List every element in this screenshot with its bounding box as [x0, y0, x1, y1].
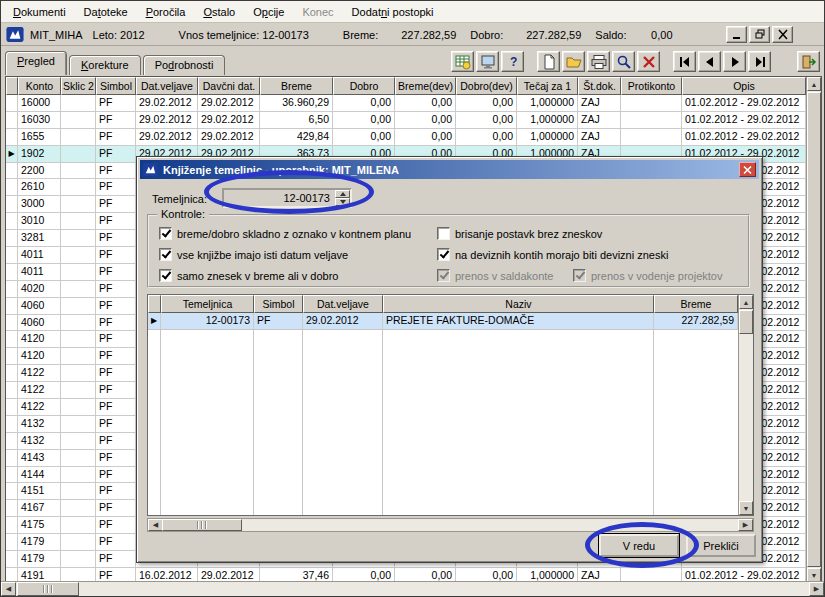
scroll-right-button[interactable]: ▶ — [809, 582, 824, 596]
cell-konto: 4011 — [18, 247, 61, 263]
col-header-opis[interactable]: Opis — [682, 77, 806, 95]
checkbox-prenos-saldakonte[interactable]: prenos v saldakonte — [437, 269, 553, 282]
col-header-simbol[interactable]: Simbol — [254, 295, 303, 313]
col-header-protikonto[interactable]: Protikonto — [621, 77, 682, 95]
previous-record-button[interactable] — [698, 51, 721, 72]
delete-button[interactable] — [637, 51, 660, 72]
last-record-button[interactable] — [748, 51, 771, 72]
cell-sklic2 — [61, 382, 96, 398]
main-horizontal-scrollbar[interactable]: ◀ ▶ — [1, 581, 824, 596]
col-header-breme[interactable]: Breme — [654, 295, 738, 313]
menu-porocila[interactable]: Poročila — [137, 3, 195, 21]
menu-dodatni-postopki[interactable]: Dodatni postopki — [343, 3, 443, 21]
cell-sklic2 — [61, 298, 96, 314]
temeljnica-spinner — [335, 190, 350, 206]
col-header-dobro-dev[interactable]: Dobro(dev) — [456, 77, 517, 95]
checkbox-brisanje-postavk[interactable]: brisanje postavk brez zneskov — [437, 227, 602, 240]
cell-dat-veljave: 29.02.2012 — [136, 129, 198, 145]
checkbox-samo-znesek[interactable]: samo znesek v breme ali v dobro — [159, 269, 338, 282]
cell-sklic2 — [61, 213, 96, 229]
checkbox-box — [437, 269, 450, 282]
cell-sklic2 — [61, 179, 96, 195]
grid-vertical-scrollbar[interactable]: ▲ ▼ — [806, 77, 821, 582]
ledger-button[interactable] — [451, 51, 474, 72]
saldo-value: 0,00 — [627, 29, 673, 41]
scroll-right-button[interactable]: ▶ — [738, 519, 753, 531]
tab-pregled[interactable]: Pregled — [5, 51, 67, 75]
table-row[interactable]: 16000 PF 29.02.2012 29.02.2012 36.960,29… — [6, 95, 806, 112]
entry-label: Vnos temeljnice: 12-00173 — [179, 29, 309, 41]
monitor-button[interactable] — [476, 51, 499, 72]
cell-konto: 4132 — [18, 433, 61, 449]
temeljnica-input[interactable] — [222, 188, 352, 208]
open-folder-button[interactable] — [562, 51, 585, 72]
menu-datoteke[interactable]: Datoteke — [75, 3, 137, 21]
cell-simbol: PF — [96, 315, 136, 331]
help-button[interactable]: ? — [501, 51, 524, 72]
col-header-tecaj[interactable]: Tečaj za 1 — [517, 77, 578, 95]
next-record-button[interactable] — [723, 51, 746, 72]
ok-button[interactable]: V redu — [599, 534, 679, 557]
exit-button[interactable] — [797, 51, 820, 72]
row-marker — [6, 95, 18, 111]
tab-korekture[interactable]: Korekture — [69, 55, 141, 75]
print-button[interactable] — [587, 51, 610, 72]
table-row[interactable]: 16030 PF 29.02.2012 29.02.2012 6,50 0,00… — [6, 112, 806, 129]
cell-simbol: PF — [96, 281, 136, 297]
cell-konto: 3281 — [18, 230, 61, 246]
checkbox-prenos-projekti[interactable]: prenos v vodenje projektov — [573, 269, 722, 282]
col-header-davcni-dat[interactable]: Davčni dat. — [198, 77, 260, 95]
first-record-button[interactable] — [673, 51, 696, 72]
scrollbar-thumb[interactable] — [807, 92, 821, 567]
knjizenje-dialog: Knjiženje temeljnic - uporabnik: MIT_MIL… — [136, 156, 763, 563]
cell-konto: 3010 — [18, 213, 61, 229]
col-header-st-dok[interactable]: Št.dok. — [578, 77, 621, 95]
col-header-breme[interactable]: Breme — [260, 77, 333, 95]
cell-sklic2 — [61, 500, 96, 516]
col-header-dat-veljave[interactable]: Dat.veljave — [136, 77, 198, 95]
tab-podrobnosti[interactable]: Podrobnosti — [143, 55, 226, 75]
dialog-titlebar[interactable]: Knjiženje temeljnic - uporabnik: MIT_MIL… — [140, 160, 759, 179]
cell-protikonto — [621, 95, 682, 111]
col-header-dat-veljave[interactable]: Dat.veljave — [303, 295, 383, 313]
menu-opcije[interactable]: Opcije — [244, 3, 293, 21]
table-row[interactable]: ▶ 12-00173 PF 29.02.2012 PREJETE FAKTURE… — [148, 313, 738, 330]
checkbox-devizni-zneski[interactable]: na deviznih kontih morajo biti devizni z… — [437, 248, 668, 261]
scroll-up-button[interactable]: ▲ — [739, 295, 753, 309]
spinner-down-button[interactable] — [335, 198, 350, 206]
cell-tecaj: 1,000000 — [517, 129, 578, 145]
col-header-breme-dev[interactable]: Breme(dev) — [395, 77, 456, 95]
scroll-down-button[interactable]: ▼ — [807, 568, 821, 582]
scroll-up-button[interactable]: ▲ — [807, 77, 821, 91]
checkbox-breme-dobro-skladno[interactable]: breme/dobro skladno z oznako v kontnem p… — [159, 227, 411, 240]
col-header-naziv[interactable]: Naziv — [383, 295, 654, 313]
close-button[interactable] — [772, 26, 793, 43]
menu-ostalo[interactable]: Ostalo — [194, 3, 244, 21]
restore-button[interactable] — [749, 26, 770, 43]
spinner-up-button[interactable] — [335, 190, 350, 198]
scroll-left-button[interactable]: ◀ — [148, 519, 163, 531]
col-header-konto[interactable]: Konto — [18, 77, 61, 95]
col-header-simbol[interactable]: Simbol — [96, 77, 136, 95]
col-header-temeljnica[interactable]: Temeljnica — [161, 295, 254, 313]
table-row[interactable]: 1655 PF 29.02.2012 29.02.2012 429,84 0,0… — [6, 129, 806, 146]
cell-simbol: PF — [96, 298, 136, 314]
menu-dokumenti[interactable]: Dokumenti — [4, 3, 75, 21]
scrollbar-thumb[interactable] — [17, 582, 79, 596]
checkbox-isti-datum-veljave[interactable]: vse knjižbe imajo isti datum veljave — [159, 248, 348, 261]
dialog-horizontal-scrollbar[interactable]: ◀ ▶ — [147, 518, 754, 532]
scrollbar-thumb[interactable] — [739, 310, 753, 334]
menu-konec[interactable]: Konec — [293, 3, 342, 21]
scroll-left-button[interactable]: ◀ — [1, 582, 16, 596]
scrollbar-thumb[interactable] — [162, 519, 242, 531]
col-header-sklic2[interactable]: Sklic 2 — [61, 77, 96, 95]
col-header-dobro[interactable]: Dobro — [333, 77, 395, 95]
scroll-down-button[interactable]: ▼ — [739, 501, 753, 515]
new-document-button[interactable] — [537, 51, 560, 72]
search-button[interactable] — [612, 51, 635, 72]
cancel-button[interactable]: Prekliči — [686, 534, 756, 557]
dialog-vertical-scrollbar[interactable]: ▲ ▼ — [738, 295, 753, 515]
dialog-close-button[interactable] — [739, 162, 756, 177]
minimize-button[interactable] — [726, 26, 747, 43]
cell-konto: 2200 — [18, 163, 61, 179]
